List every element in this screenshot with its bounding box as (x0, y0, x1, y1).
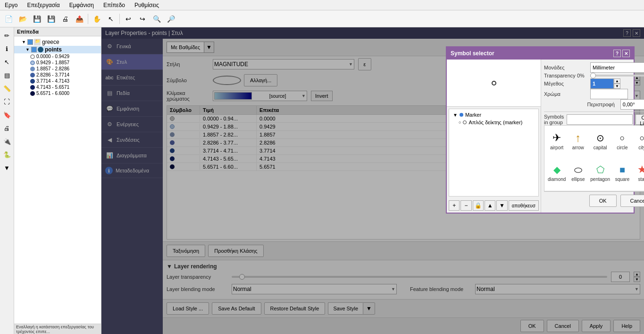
sym-transparency-row: Transparency 0% (544, 73, 644, 78)
tree-item-points[interactable]: ▼ points (14, 46, 101, 53)
sym-cancel-btn[interactable]: Cancel (620, 195, 644, 207)
sym-rotation-input-group: ▲ ▼ (620, 99, 644, 110)
redo-btn[interactable]: ↪ (136, 12, 149, 26)
sym-trans-slider[interactable] (590, 75, 644, 77)
export-btn[interactable]: 📤 (73, 12, 86, 26)
identify-btn[interactable]: ℹ (1, 43, 13, 55)
new-btn[interactable]: 📄 (2, 12, 15, 26)
marker-child[interactable]: ○ Απλός δείκτης (marker) (451, 119, 536, 126)
sym-help-btn[interactable]: ? (613, 50, 621, 57)
sym-remove-btn[interactable]: − (460, 200, 471, 211)
sym-icon-city: ○ (639, 131, 644, 145)
tree-item-greece[interactable]: ▼ 📁 greece (14, 38, 101, 46)
sym-trans-thumb[interactable] (590, 73, 596, 78)
sym-units-select[interactable]: Millimeter (590, 62, 644, 73)
marker-child-dot (463, 120, 467, 124)
undo-btn[interactable]: ↩ (122, 12, 135, 26)
menu-item-ergo[interactable]: Εργο (3, 1, 20, 9)
open-attr-btn[interactable]: ▤ (1, 69, 13, 81)
marker-root[interactable]: ▼ Marker (451, 111, 536, 119)
sym-size-input[interactable]: 1 (590, 78, 614, 89)
toolbar: 📄 📂 💾 💾 🖨 📤 ✋ ↖ ↩ ↪ 🔍 🔎 (0, 10, 644, 27)
menu-item-epexergasia[interactable]: Επεξεργασία (25, 1, 62, 9)
sym-color-picker[interactable] (590, 89, 628, 99)
sym-ok-btn[interactable]: OK (589, 195, 617, 207)
tree-item-6[interactable]: 5.6571 - 6.6000 (14, 90, 101, 96)
status-bar: Εναλλαγή η κατάσταση επεξεργασίας του τρ… (14, 324, 101, 334)
sym-cell-capital[interactable]: ⊙ capital (589, 128, 611, 157)
tree-expand-greece[interactable]: ▼ (22, 40, 27, 44)
digitize-btn[interactable]: ✏ (1, 29, 13, 42)
sym-cell-arrow[interactable]: ↑ arrow (569, 128, 587, 157)
sym-group-label: Symbols in group (544, 114, 564, 125)
sym-size-row: Μέγεθος 1 ▲ ▼ (544, 78, 644, 89)
menu-item-emfanisi[interactable]: Εμφάνιση (67, 1, 96, 9)
sym-cell-star[interactable]: ★ star (633, 159, 644, 189)
select-btn[interactable]: ↖ (104, 12, 117, 26)
zoom-extent-btn[interactable]: ⛶ (1, 95, 13, 108)
open-library-btn[interactable]: Open Library (636, 114, 644, 125)
pan-btn[interactable]: ✋ (90, 12, 103, 26)
select-feature-btn[interactable]: ↖ (1, 56, 13, 68)
sym-size-down[interactable]: ▼ (614, 84, 620, 89)
tree-checkbox-points[interactable] (31, 47, 37, 52)
tree-expand-points[interactable]: ▼ (25, 47, 31, 52)
sym-save-btn[interactable]: αποθήκευσ (509, 200, 539, 211)
sym-circle-4 (30, 79, 35, 84)
save-as-btn[interactable]: 💾 (44, 12, 58, 26)
sym-close-btn[interactable]: ✕ (622, 50, 630, 57)
sym-cell-city[interactable]: ○ city (633, 128, 644, 157)
menu-item-rythmiseis[interactable]: Ρυθμίσεις (133, 1, 161, 9)
tree-checkbox-greece[interactable] (27, 39, 33, 45)
tree-item-1[interactable]: 0.9429 - 1.8857 (14, 60, 101, 66)
marker-root-dot (460, 113, 463, 117)
sym-label-arrow: arrow (572, 145, 584, 150)
tree-item-5[interactable]: 4.7143 - 5.6571 (14, 84, 101, 90)
properties-dialog: Layer Properties - points | Στυλ ? ✕ ⚙ Γ… (101, 27, 644, 334)
print-btn[interactable]: 🖨 (59, 12, 72, 26)
sym-group-input[interactable] (567, 114, 633, 125)
sym-up-btn[interactable]: ▲ (485, 200, 495, 211)
sym-rotation-input[interactable] (620, 99, 644, 110)
tree-label-greece: greece (42, 39, 59, 45)
sym-label-airport: airport (550, 145, 563, 150)
sym-cell-ellipse[interactable]: ⬭ ellipse (569, 159, 587, 189)
marker-child-label: Απλός δείκτης (marker) (468, 120, 522, 125)
tree-item-4[interactable]: 3.7714 - 4.7143 (14, 78, 101, 84)
tree-item-0[interactable]: 0.0000 - 0.9429 (14, 53, 101, 60)
symbol-selector-overlay: Symbol selector ? ✕ (101, 27, 644, 334)
tree-item-3[interactable]: 2.8286 - 3.7714 (14, 72, 101, 78)
sym-lock-btn[interactable]: 🔒 (473, 200, 484, 211)
sym-cell-pentagon[interactable]: ⬠ pentagon (589, 159, 611, 189)
menu-item-epipedo[interactable]: Επίπεδο (101, 1, 127, 9)
save-btn[interactable]: 💾 (30, 12, 43, 26)
sym-cell-airport[interactable]: ✈ airport (546, 128, 567, 157)
zoom-out-btn[interactable]: 🔎 (164, 12, 177, 26)
open-btn[interactable]: 📂 (16, 12, 29, 26)
sym-grid-wrapper: ✈ airport ↑ arrow (544, 125, 644, 191)
more-btn[interactable]: ▼ (1, 162, 13, 174)
sym-size-up[interactable]: ▲ (614, 78, 620, 84)
zoom-in-btn[interactable]: 🔍 (150, 12, 163, 26)
sym-group-row: Symbols in group Open Library (544, 114, 644, 125)
sym-label-ellipse: ellipse (571, 177, 585, 182)
sym-preview-circle (492, 81, 496, 86)
sym-add-btn[interactable]: + (449, 200, 460, 211)
tree-label-points: points (45, 46, 62, 53)
plugin-btn[interactable]: 🔌 (1, 135, 13, 147)
sym-label-star: star (638, 177, 644, 182)
tree-item-2[interactable]: 1.8857 - 2.8286 (14, 66, 101, 72)
sym-title-text: Symbol selector (451, 50, 494, 57)
sym-cell-circle[interactable]: ○ circle (613, 128, 631, 157)
sym-icon-square: ■ (619, 163, 625, 177)
print-layout-btn[interactable]: 🖨 (1, 122, 13, 134)
sym-label-pentagon: pentagon (590, 177, 610, 182)
bookmarks-btn[interactable]: 🔖 (1, 109, 13, 121)
sym-cell-diamond[interactable]: ◆ diamond (546, 159, 567, 189)
measure-btn[interactable]: 📏 (1, 82, 13, 94)
marker-child-expand: ○ (459, 120, 461, 125)
sym-down-btn[interactable]: ▼ (496, 200, 507, 211)
tree-label-1: 0.9429 - 1.8857 (36, 60, 69, 65)
sym-cell-square[interactable]: ■ square (613, 159, 631, 189)
python-btn[interactable]: 🐍 (1, 148, 13, 161)
